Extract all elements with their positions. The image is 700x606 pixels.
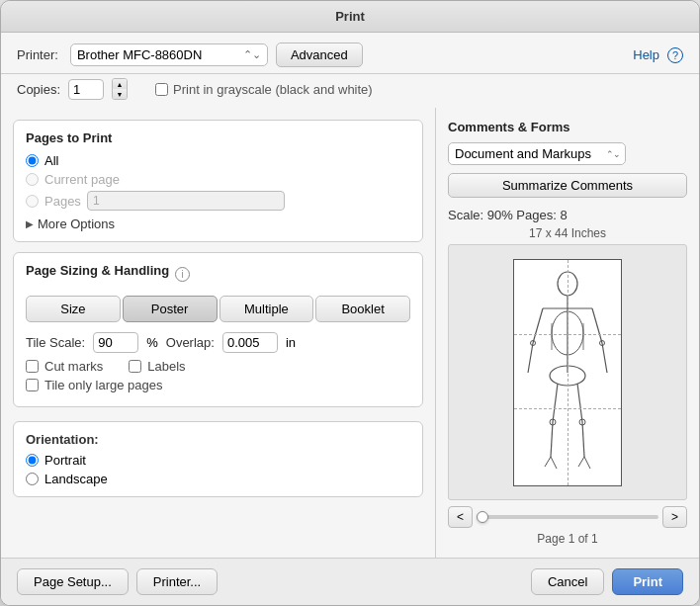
- prev-page-button[interactable]: <: [448, 506, 473, 528]
- preview-container: [448, 244, 687, 500]
- print-button[interactable]: Print: [612, 568, 683, 595]
- current-page-radio-item[interactable]: Current page: [26, 172, 410, 187]
- cf-dropdown-row: Document and Markups Document Form Field…: [448, 142, 687, 165]
- page-slider[interactable]: [477, 515, 658, 519]
- tile-scale-row: Tile Scale: % Overlap: in: [26, 332, 410, 353]
- printer-button[interactable]: Printer...: [136, 568, 218, 595]
- pages-radio[interactable]: [26, 195, 39, 208]
- print-dialog: Print Printer: Brother MFC-8860DN ⌃⌄ Adv…: [0, 0, 700, 606]
- labels-label: Labels: [147, 359, 185, 374]
- svg-line-12: [553, 384, 558, 422]
- scale-info: Scale: 90% Pages: 8: [448, 208, 687, 222]
- left-panel: Pages to Print All Current page Pages: [1, 108, 436, 558]
- labels-checkbox[interactable]: [129, 360, 141, 373]
- comments-section-title: Comments & Forms: [448, 120, 687, 134]
- printer-value: Brother MFC-8860DN: [77, 47, 202, 62]
- tab-multiple[interactable]: Multiple: [219, 296, 314, 322]
- tile-only-label: Tile only large pages: [44, 378, 162, 392]
- svg-line-9: [592, 308, 602, 343]
- tile-only-row: Tile only large pages: [26, 378, 410, 392]
- pages-label: Pages: [44, 194, 81, 209]
- tab-booklet[interactable]: Booklet: [315, 296, 410, 322]
- pages-radio-item[interactable]: Pages: [26, 191, 410, 211]
- tile-scale-label: Tile Scale:: [26, 335, 85, 350]
- advanced-button[interactable]: Advanced: [276, 43, 363, 67]
- sizing-section: Page Sizing & Handling i Size Poster Mul…: [13, 252, 423, 407]
- tile-scale-unit: %: [146, 335, 158, 350]
- sizing-title: Page Sizing & Handling: [26, 263, 169, 278]
- more-options[interactable]: ▶ More Options: [26, 216, 410, 231]
- bottom-right: Cancel Print: [531, 568, 683, 595]
- all-radio[interactable]: [26, 154, 39, 167]
- sizing-title-row: Page Sizing & Handling i: [26, 263, 410, 286]
- svg-line-13: [551, 422, 553, 457]
- grayscale-checkbox[interactable]: [155, 83, 168, 96]
- svg-line-18: [578, 457, 584, 467]
- help-icon[interactable]: ?: [667, 47, 683, 63]
- tile-scale-input[interactable]: [93, 332, 138, 353]
- cut-marks-checkbox[interactable]: [26, 360, 39, 373]
- landscape-radio[interactable]: [26, 473, 39, 485]
- main-content: Pages to Print All Current page Pages: [1, 108, 699, 558]
- printer-label: Printer:: [17, 47, 58, 62]
- printer-row: Printer: Brother MFC-8860DN ⌃⌄ Advanced …: [1, 33, 699, 74]
- copies-spinner: ▲ ▼: [112, 78, 128, 100]
- dashed-line-center: [568, 260, 569, 485]
- svg-line-10: [602, 343, 607, 373]
- copies-input[interactable]: [68, 79, 104, 100]
- portrait-label: Portrait: [44, 453, 86, 468]
- page-setup-button[interactable]: Page Setup...: [17, 568, 129, 595]
- help-link[interactable]: Help: [633, 47, 659, 62]
- all-label: All: [44, 153, 58, 168]
- info-icon[interactable]: i: [175, 267, 190, 282]
- orientation-title: Orientation:: [26, 432, 410, 447]
- chevron-icon: ⌃⌄: [243, 48, 261, 61]
- svg-line-16: [577, 384, 582, 422]
- copies-row: Copies: ▲ ▼ Print in grayscale (black an…: [1, 74, 699, 108]
- grayscale-row: Print in grayscale (black and white): [155, 82, 373, 97]
- portrait-radio[interactable]: [26, 454, 39, 467]
- more-options-label: More Options: [38, 216, 115, 231]
- pages-range-input[interactable]: [87, 191, 285, 211]
- tab-poster[interactable]: Poster: [123, 296, 218, 322]
- portrait-radio-item[interactable]: Portrait: [26, 453, 410, 468]
- orientation-section: Orientation: Portrait Landscape: [13, 421, 423, 497]
- all-radio-item[interactable]: All: [26, 153, 410, 168]
- tile-only-checkbox[interactable]: [26, 379, 39, 391]
- landscape-radio-item[interactable]: Landscape: [26, 472, 410, 486]
- overlap-input[interactable]: [222, 332, 278, 353]
- landscape-label: Landscape: [44, 472, 108, 486]
- svg-line-17: [582, 422, 584, 457]
- printer-dropdown[interactable]: Brother MFC-8860DN ⌃⌄: [70, 43, 268, 66]
- pages-section-title: Pages to Print: [26, 130, 410, 145]
- svg-line-19: [584, 457, 590, 469]
- page-size-label: 17 x 44 Inches: [448, 226, 687, 240]
- cf-dropdown-wrapper: Document and Markups Document Form Field…: [448, 142, 626, 165]
- bottom-left: Page Setup... Printer...: [17, 568, 218, 595]
- grayscale-label: Print in grayscale (black and white): [173, 82, 373, 97]
- pages-radio-group: All Current page Pages: [26, 153, 410, 211]
- sizing-tabs: Size Poster Multiple Booklet: [26, 296, 410, 322]
- svg-line-7: [533, 308, 543, 343]
- current-page-radio[interactable]: [26, 173, 39, 186]
- overlap-unit: in: [286, 335, 296, 350]
- copies-label: Copies:: [17, 82, 60, 97]
- cf-dropdown[interactable]: Document and Markups Document Form Field…: [448, 142, 626, 165]
- next-page-button[interactable]: >: [662, 506, 687, 528]
- summarize-button[interactable]: Summarize Comments: [448, 173, 687, 198]
- cut-marks-label: Cut marks: [44, 359, 103, 374]
- overlap-label: Overlap:: [166, 335, 215, 350]
- tab-size[interactable]: Size: [26, 296, 121, 322]
- title-bar: Print: [1, 1, 699, 33]
- cancel-button[interactable]: Cancel: [531, 568, 604, 595]
- slider-thumb: [477, 511, 488, 523]
- pages-section: Pages to Print All Current page Pages: [13, 120, 423, 242]
- copies-up-button[interactable]: ▲: [113, 79, 127, 89]
- cut-marks-row: Cut marks Labels: [26, 359, 410, 374]
- preview-inner: [513, 259, 622, 486]
- triangle-icon: ▶: [26, 218, 34, 229]
- copies-down-button[interactable]: ▼: [113, 89, 127, 99]
- svg-line-8: [528, 343, 533, 373]
- nav-row: < >: [448, 506, 687, 528]
- svg-line-15: [551, 457, 557, 469]
